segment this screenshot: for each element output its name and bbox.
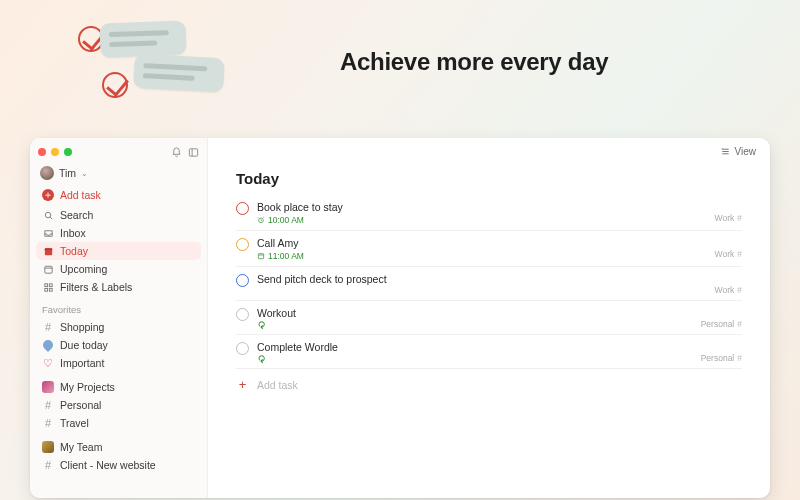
project-personal[interactable]: # Personal [36, 396, 201, 414]
grid-icon [42, 281, 54, 293]
hash-icon: # [42, 459, 54, 471]
task-name: Book place to stay [257, 201, 707, 213]
svg-rect-9 [49, 283, 52, 286]
task-row[interactable]: Complete Wordle⟳Personal# [236, 335, 742, 369]
nav-search[interactable]: Search [36, 206, 201, 224]
favorite-due-today[interactable]: Due today [36, 336, 201, 354]
svg-point-2 [45, 212, 51, 218]
favorite-label: Important [60, 357, 104, 369]
alarm-icon [257, 216, 265, 224]
hash-icon: # [737, 213, 742, 223]
avatar [40, 166, 54, 180]
task-time: 10:00 AM [268, 215, 304, 225]
notifications-icon[interactable] [170, 146, 182, 158]
window-zoom-button[interactable] [64, 148, 72, 156]
calendar-icon [42, 263, 54, 275]
task-project-link[interactable]: Personal# [701, 307, 742, 329]
calendar-icon [257, 252, 265, 260]
projects-header-my-team[interactable]: My Team [36, 438, 201, 456]
workspace-icon [42, 381, 54, 393]
heart-icon: ♡ [42, 357, 54, 369]
task-checkbox[interactable] [236, 274, 249, 287]
window-minimize-button[interactable] [51, 148, 59, 156]
project-travel[interactable]: # Travel [36, 414, 201, 432]
add-task-label: Add task [257, 379, 298, 391]
hash-icon: # [737, 319, 742, 329]
task-meta: 10:00 AM [257, 215, 707, 225]
task-checkbox[interactable] [236, 308, 249, 321]
svg-rect-10 [44, 288, 47, 291]
task-project-label: Personal [701, 353, 735, 363]
nav-label: Today [60, 245, 88, 257]
task-checkbox[interactable] [236, 342, 249, 355]
favorite-important[interactable]: ♡ Important [36, 354, 201, 372]
add-task-button[interactable]: ＋ Add task [36, 186, 201, 204]
svg-line-3 [50, 217, 52, 219]
task-project-link[interactable]: Work# [715, 273, 742, 295]
app-window: Tim ⌄ ＋ Add task Search Inbox [30, 138, 770, 498]
page-title: Today [236, 164, 742, 195]
nav-inbox[interactable]: Inbox [36, 224, 201, 242]
task-body: Send pitch deck to prospect [257, 273, 707, 285]
nav-upcoming[interactable]: Upcoming [36, 260, 201, 278]
task-project-link[interactable]: Personal# [701, 341, 742, 363]
user-name-label: Tim [59, 167, 76, 179]
project-client-new-website[interactable]: # Client - New website [36, 456, 201, 474]
account-switcher[interactable]: Tim ⌄ [30, 162, 207, 186]
task-row[interactable]: Call Amy11:00 AMWork# [236, 231, 742, 267]
hash-icon: # [737, 353, 742, 363]
view-options-icon[interactable]: View [720, 146, 757, 157]
task-project-link[interactable]: Work# [715, 201, 742, 223]
calendar-today-icon [42, 245, 54, 257]
search-icon [42, 209, 54, 221]
window-close-button[interactable] [38, 148, 46, 156]
toggle-sidebar-icon[interactable] [187, 146, 199, 158]
svg-rect-8 [44, 283, 47, 286]
task-row[interactable]: Workout⟳Personal# [236, 301, 742, 335]
project-label: Travel [60, 417, 89, 429]
sidebar: Tim ⌄ ＋ Add task Search Inbox [30, 138, 208, 498]
projects-header-my-projects[interactable]: My Projects [36, 378, 201, 396]
task-project-label: Work [715, 213, 735, 223]
task-list: Book place to stay10:00 AMWork#Call Amy1… [236, 195, 742, 369]
hash-icon: # [737, 249, 742, 259]
plus-icon: + [236, 377, 249, 392]
recurring-icon: ⟳ [257, 355, 265, 363]
task-name: Send pitch deck to prospect [257, 273, 707, 285]
favorite-shopping[interactable]: # Shopping [36, 318, 201, 336]
projects-header-label: My Projects [60, 381, 115, 393]
task-project-link[interactable]: Work# [715, 237, 742, 259]
task-name: Workout [257, 307, 693, 319]
plus-icon: ＋ [42, 189, 54, 201]
task-meta: 11:00 AM [257, 251, 707, 261]
projects-list: My Projects # Personal # Travel My Team … [30, 378, 207, 474]
hash-icon: # [42, 321, 54, 333]
add-task-label: Add task [60, 189, 101, 201]
task-row[interactable]: Send pitch deck to prospectWork# [236, 267, 742, 301]
task-body: Book place to stay10:00 AM [257, 201, 707, 225]
nav-label: Upcoming [60, 263, 107, 275]
inline-add-task[interactable]: + Add task [236, 369, 742, 400]
nav-today[interactable]: Today [36, 242, 201, 260]
favorites-list: # Shopping Due today ♡ Important [30, 318, 207, 372]
hero-illustration [46, 22, 236, 122]
projects-header-label: My Team [60, 441, 102, 453]
task-name: Complete Wordle [257, 341, 693, 353]
task-checkbox[interactable] [236, 202, 249, 215]
task-row[interactable]: Book place to stay10:00 AMWork# [236, 195, 742, 231]
task-body: Call Amy11:00 AM [257, 237, 707, 261]
hash-icon: # [42, 417, 54, 429]
task-checkbox[interactable] [236, 238, 249, 251]
main-panel: View Today Book place to stay10:00 AMWor… [208, 138, 770, 498]
task-body: Complete Wordle⟳ [257, 341, 693, 363]
nav-filters-labels[interactable]: Filters & Labels [36, 278, 201, 296]
favorites-section-label: Favorites [30, 296, 207, 318]
task-project-label: Work [715, 249, 735, 259]
recurring-icon: ⟳ [257, 321, 265, 329]
nav-label: Search [60, 209, 93, 221]
nav-label: Filters & Labels [60, 281, 132, 293]
main-toolbar: View [208, 138, 770, 164]
task-time: 11:00 AM [268, 251, 304, 261]
filter-drop-icon [42, 339, 54, 351]
project-label: Personal [60, 399, 101, 411]
